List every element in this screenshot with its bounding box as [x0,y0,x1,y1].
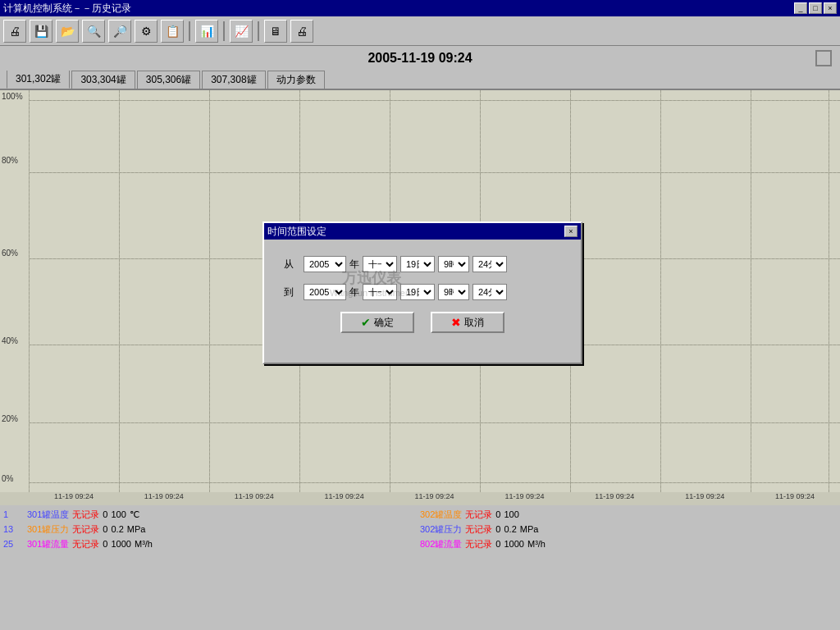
ok-icon: ✔ [361,316,371,329]
dialog-buttons: ✔ 确定 ✖ 取消 [284,312,561,346]
from-month-select[interactable]: 十一 [363,256,397,272]
from-label: 从 [284,258,300,272]
year-label-from: 年 [349,258,359,272]
from-day-select[interactable]: 19日 [400,256,435,272]
dialog-body: 从 2005 年 十一 19日 9时 24分 [264,240,581,363]
to-row: 到 2005 年 十一 19日 9时 24分 [284,284,561,300]
dialog-title-bar: 时间范围设定 × [264,223,581,240]
to-label: 到 [284,285,300,299]
to-day-select[interactable]: 19日 [400,284,435,300]
from-hour-select[interactable]: 9时 [438,256,469,272]
cancel-button[interactable]: ✖ 取消 [431,312,504,333]
to-year-select[interactable]: 2005 [304,284,346,300]
ok-label: 确定 [374,316,394,330]
time-range-dialog: 时间范围设定 × 从 2005 年 十一 19日 9时 [262,221,582,364]
to-hour-select[interactable]: 9时 [438,284,469,300]
dialog-close-button[interactable]: × [564,226,578,237]
ok-button[interactable]: ✔ 确定 [340,312,414,333]
cancel-icon: ✖ [451,316,461,329]
year-label-to: 年 [349,285,359,299]
to-month-select[interactable]: 十一 [363,284,397,300]
dialog-overlay: 时间范围设定 × 从 2005 年 十一 19日 9时 [0,0,840,630]
cancel-label: 取消 [464,316,484,330]
dialog-title-text: 时间范围设定 [267,225,326,239]
to-min-select[interactable]: 24分 [472,284,507,300]
from-min-select[interactable]: 24分 [472,256,507,272]
from-year-select[interactable]: 2005 [304,256,346,272]
from-row: 从 2005 年 十一 19日 9时 24分 [284,256,561,272]
